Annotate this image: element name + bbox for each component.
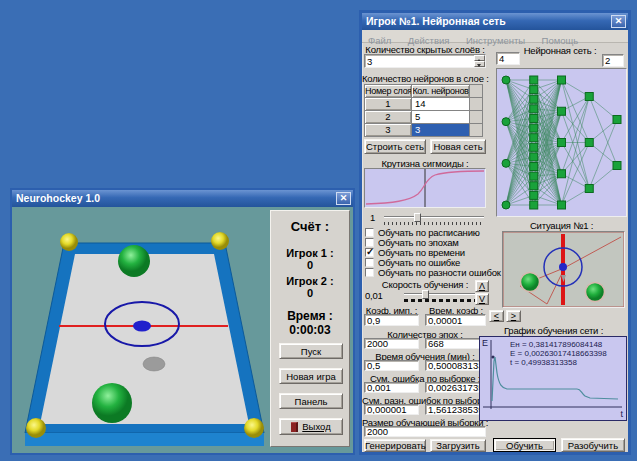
situation-view <box>502 231 625 308</box>
learning-rate-slider-thumb[interactable] <box>422 290 429 299</box>
train-mode-time[interactable]: Обучать по времени <box>365 247 465 257</box>
table-row-3-layer[interactable]: 3 <box>365 124 411 136</box>
time-label: Время : <box>271 309 349 323</box>
inputs-count-field[interactable] <box>496 52 520 65</box>
score-panel: Счёт : Игрок 1 : 0 Игрок 2 : 0 Время : 0… <box>270 210 350 447</box>
center-spot <box>133 321 151 332</box>
load-button[interactable]: Загрузить <box>430 439 486 452</box>
menu-bar: Файл Действия Инструменты Помощь <box>362 30 628 43</box>
checkbox-icon[interactable] <box>365 268 374 277</box>
train-mode-error[interactable]: Обучать по ошибке <box>365 257 460 267</box>
training-graph-box: E t Ен = 0,381417896084148 E = 0,0026301… <box>479 336 627 421</box>
table-row-1-layer[interactable]: 1 <box>365 98 411 110</box>
network-client-area: Количество скрытых слоёв : Количество не… <box>362 43 628 452</box>
time-coef-input[interactable] <box>425 314 486 326</box>
train-button[interactable]: Обучить <box>493 438 556 452</box>
checkbox-icon[interactable] <box>365 248 374 257</box>
neurons-table-label: Количество нейронов в слое : <box>362 73 488 84</box>
situation-mallet-1 <box>521 273 540 292</box>
hidden-layers-spinner[interactable] <box>364 54 486 68</box>
table-corner-filler <box>470 85 482 97</box>
hockey-client-area: Счёт : Игрок 1 : 0 Игрок 2 : 0 Время : 0… <box>12 207 353 453</box>
imp-coef-input[interactable] <box>364 314 419 326</box>
corner-post <box>60 233 78 251</box>
hockey-table-3d-view <box>12 207 270 453</box>
situation-up-button[interactable]: Λ <box>475 280 489 292</box>
situation-prev-button[interactable]: < <box>489 310 504 322</box>
sum-diff-current-input[interactable] <box>425 404 486 415</box>
mallet-bottom <box>92 383 132 423</box>
puck <box>143 357 165 371</box>
untrain-button[interactable]: Разобучить <box>561 438 625 452</box>
hockey-window: Neurohockey 1.0 ✕ Счёт : Игр <box>10 188 355 455</box>
start-button[interactable]: Пуск <box>279 343 343 359</box>
spin-down-icon[interactable] <box>474 61 485 67</box>
column-header-neurons: Кол. нейронов <box>412 85 469 97</box>
player1-label: Игрок 1 : <box>271 247 349 259</box>
checkbox-icon[interactable] <box>365 258 374 267</box>
panel-button[interactable]: Панель <box>279 393 343 409</box>
network-window-title: Игрок №1. Нейронная сеть <box>366 15 506 27</box>
corner-post <box>26 418 46 438</box>
train-time-target-input[interactable] <box>364 360 419 371</box>
close-icon[interactable]: ✕ <box>336 192 351 205</box>
hockey-window-title: Neurohockey 1.0 <box>16 192 100 204</box>
training-graph-label: График обучения сети : <box>480 325 627 336</box>
graph-t-value: t = 0,49938313358 <box>510 358 577 367</box>
table-row-1-neurons[interactable]: 14 <box>412 98 469 110</box>
corner-post <box>211 232 229 250</box>
table-row-2-neurons[interactable]: 5 <box>412 111 469 123</box>
epochs-target-input[interactable] <box>364 338 419 349</box>
train-mode-epochs[interactable]: Обучать по эпохам <box>365 237 459 247</box>
exit-icon <box>291 422 298 432</box>
sample-size-input[interactable] <box>364 426 486 437</box>
generate-button[interactable]: Генерировать <box>364 439 426 452</box>
epochs-current-input[interactable] <box>425 338 486 349</box>
network-visualization <box>496 68 627 217</box>
neural-network-window: Игрок №1. Нейронная сеть ✕ Файл Действия… <box>359 10 631 455</box>
x-axis-label: t <box>620 409 623 419</box>
corner-post <box>244 418 264 438</box>
learning-rate-value: 0,01 <box>365 290 383 301</box>
hidden-layers-input[interactable] <box>364 54 486 68</box>
train-mode-error-diff[interactable]: Обучать по разности ошибок <box>365 267 501 277</box>
sum-error-target-input[interactable] <box>364 382 419 393</box>
player2-label: Игрок 2 : <box>271 275 349 287</box>
outputs-count-field[interactable] <box>602 54 624 67</box>
situation-down-button[interactable]: V <box>475 293 489 305</box>
graph-e-value: E = 0,00263017418663398 <box>510 349 607 358</box>
player2-score: 0 <box>271 287 349 299</box>
situation-mallet-2 <box>586 283 605 302</box>
learning-rate-label: Скорость обучения : <box>362 279 488 290</box>
player1-score: 0 <box>271 259 349 271</box>
sigmoid-slider-thumb[interactable] <box>414 213 421 222</box>
new-game-button[interactable]: Новая игра <box>279 368 343 384</box>
situation-label: Ситуация №1 : <box>496 220 627 231</box>
sigmoid-curve <box>365 169 485 207</box>
checkbox-icon[interactable] <box>365 228 374 237</box>
build-network-button[interactable]: Строить сеть <box>364 139 426 154</box>
situation-next-button[interactable]: > <box>506 310 521 322</box>
table-row-3-neurons[interactable]: 3 <box>412 124 469 136</box>
mallet-top <box>118 245 150 277</box>
exit-button-label: Выход <box>302 421 330 432</box>
train-mode-schedule[interactable]: Обучать по расписанию <box>365 227 480 237</box>
network-graph <box>497 69 626 216</box>
learning-rate-slider[interactable] <box>404 292 486 302</box>
train-time-current-input[interactable] <box>425 360 486 371</box>
graph-en-value: Ен = 0,381417896084148 <box>510 340 602 349</box>
score-label: Счёт : <box>271 219 349 234</box>
hockey-titlebar[interactable]: Neurohockey 1.0 ✕ <box>12 190 353 207</box>
sum-diff-target-input[interactable] <box>364 404 419 415</box>
close-icon[interactable]: ✕ <box>611 15 626 28</box>
situation-puck <box>559 263 567 271</box>
sigmoid-slider[interactable] <box>384 214 484 224</box>
sigmoid-plot <box>364 168 486 208</box>
sum-error-current-input[interactable] <box>425 382 486 393</box>
new-network-button[interactable]: Новая сеть <box>430 139 486 154</box>
table-row-2-layer[interactable]: 2 <box>365 111 411 123</box>
exit-button[interactable]: Выход <box>279 418 343 435</box>
situation-field <box>503 232 624 307</box>
network-titlebar[interactable]: Игрок №1. Нейронная сеть ✕ <box>362 13 628 30</box>
time-value: 0:00:03 <box>271 323 349 337</box>
